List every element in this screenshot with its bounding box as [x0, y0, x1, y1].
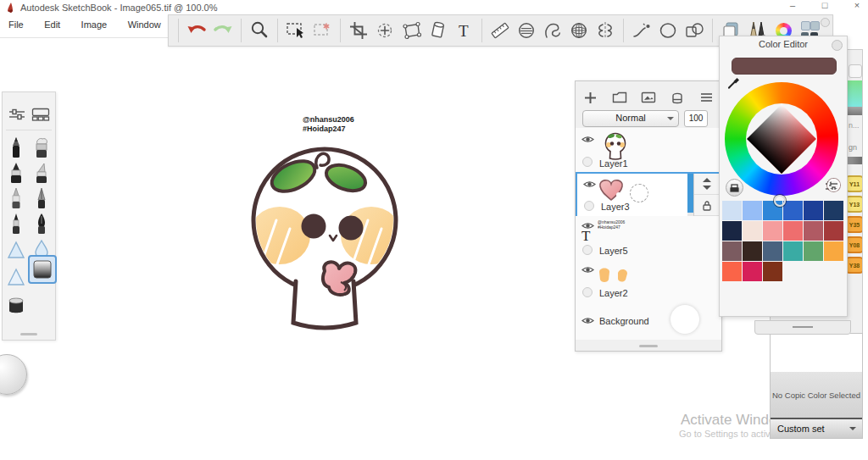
layer-visibility-icon[interactable]	[583, 180, 596, 189]
brush-marker[interactable]	[5, 162, 27, 186]
layer-row-background[interactable]: Background	[576, 302, 721, 340]
text-tool-icon[interactable]: T	[453, 19, 475, 42]
brush-library-icon[interactable]	[30, 103, 52, 126]
hue-selector[interactable]	[827, 179, 840, 191]
panel-resize-handle[interactable]	[793, 326, 813, 328]
layer-opacity-field[interactable]: 100	[684, 110, 708, 127]
brush-quill[interactable]	[31, 187, 53, 211]
brush-ink-pen[interactable]	[5, 213, 27, 236]
color-swatch[interactable]	[824, 241, 843, 261]
distort-tool-icon[interactable]	[400, 19, 422, 42]
brush-ballpoint[interactable]	[5, 187, 27, 211]
layer-visibility-icon[interactable]	[581, 265, 594, 274]
toolbar-handle[interactable]	[821, 18, 830, 27]
layer-lock-dot[interactable]	[582, 157, 593, 167]
color-swatch[interactable]	[804, 201, 823, 220]
panel-resize-handle[interactable]	[639, 345, 658, 347]
menu-edit[interactable]: Edit	[36, 15, 69, 30]
layer-row-layer5[interactable]: T @nhansu2006 #Hoidap247 Layer5	[576, 216, 721, 261]
layer-list-scrollbar[interactable]	[687, 174, 693, 216]
brush-airbrush[interactable]	[5, 238, 27, 262]
clear-layer-icon[interactable]	[668, 88, 687, 107]
ellipse-guide-icon[interactable]	[515, 19, 537, 42]
redo-icon[interactable]	[212, 19, 234, 42]
layer-visibility-icon[interactable]	[581, 135, 594, 144]
brush-eraser[interactable]	[31, 136, 53, 160]
deselect-tool-icon[interactable]	[311, 19, 333, 42]
color-swatch[interactable]	[722, 241, 742, 261]
add-layer-icon[interactable]	[581, 88, 599, 107]
layer-lock-dot[interactable]	[582, 287, 593, 297]
crop-tool-icon[interactable]	[348, 19, 370, 42]
selection-tool-icon[interactable]	[285, 19, 307, 42]
ruler-tool-icon[interactable]	[489, 19, 511, 42]
eyedropper-icon[interactable]	[726, 77, 740, 91]
layer-row-layer3-selected[interactable]: Layer3	[576, 172, 721, 218]
layer-reorder-icon[interactable]	[694, 174, 720, 195]
french-curve-icon[interactable]	[542, 19, 564, 42]
steady-stroke-icon[interactable]	[631, 19, 653, 42]
brush-gradient-flood-selected[interactable]	[28, 255, 57, 284]
layer-row-layer2[interactable]: Layer2	[576, 260, 721, 303]
transform-tool-icon[interactable]	[374, 19, 396, 42]
maximize-button[interactable]: □	[812, 0, 837, 14]
import-image-icon[interactable]	[639, 88, 658, 107]
color-swatch[interactable]	[722, 221, 742, 241]
menu-image[interactable]: Image	[73, 15, 116, 30]
layer-lock-icon[interactable]	[694, 195, 720, 216]
layer-menu-icon[interactable]	[698, 88, 716, 107]
color-swatch[interactable]	[804, 221, 823, 241]
menu-file[interactable]: File	[0, 15, 32, 30]
brush-chisel-marker[interactable]	[31, 162, 53, 186]
perspective-guide-icon[interactable]	[568, 19, 590, 42]
symmetry-tool-icon[interactable]	[594, 19, 616, 42]
color-swatch[interactable]	[763, 241, 782, 261]
brush-airbrush-soft[interactable]	[5, 265, 27, 289]
color-swatch[interactable]	[722, 262, 742, 281]
copic-color-toggle-icon[interactable]	[726, 179, 743, 197]
copic-gradient-chip[interactable]	[848, 80, 862, 107]
color-swatch[interactable]	[783, 221, 803, 241]
layer-row-layer1[interactable]: Layer1	[576, 128, 721, 173]
copic-set-selector[interactable]: Custom set	[771, 418, 862, 438]
layer-lock-dot[interactable]	[582, 245, 593, 255]
copic-gray-chip[interactable]	[848, 107, 862, 115]
color-swatch[interactable]	[743, 221, 762, 241]
minimize-button[interactable]: –	[780, 0, 805, 14]
shapes-tool-icon[interactable]	[683, 19, 705, 42]
layer-folder-icon[interactable]	[610, 88, 629, 107]
brush-wide-marker[interactable]	[5, 292, 27, 316]
close-button[interactable]: ×	[844, 0, 868, 14]
color-swatch[interactable]	[763, 262, 782, 281]
brush-pencil[interactable]	[5, 136, 27, 160]
fill-tool-icon[interactable]	[426, 19, 448, 42]
color-swatch[interactable]	[783, 241, 803, 261]
layer-visibility-icon[interactable]	[581, 316, 594, 325]
menu-window[interactable]: Window	[120, 15, 170, 30]
blend-mode-dropdown[interactable]: Normal	[582, 110, 679, 127]
oval-tool-icon[interactable]	[657, 19, 679, 42]
copic-neutral-chip[interactable]	[848, 157, 862, 164]
color-swatch[interactable]	[722, 201, 742, 220]
panel-resize-handle[interactable]	[20, 333, 37, 335]
brush-color-puck[interactable]	[0, 354, 27, 395]
color-swatch[interactable]	[804, 241, 823, 261]
background-color-thumbnail[interactable]	[670, 305, 699, 334]
saturation-diamond[interactable]	[735, 92, 828, 186]
zoom-tool-icon[interactable]	[248, 19, 270, 42]
color-swatch[interactable]	[763, 221, 782, 241]
copic-panel-button[interactable]	[849, 64, 862, 78]
saturation-selector[interactable]	[774, 195, 786, 207]
current-color-swatch[interactable]	[732, 58, 837, 75]
undo-icon[interactable]	[186, 19, 208, 42]
brush-settings-icon[interactable]	[6, 103, 28, 126]
color-swatch[interactable]	[743, 201, 762, 220]
color-swatch[interactable]	[743, 262, 762, 281]
panel-close-icon[interactable]	[832, 40, 843, 51]
brush-fountain-pen[interactable]	[31, 213, 53, 236]
color-swatch[interactable]	[824, 221, 843, 241]
panel-bottom-bar[interactable]	[754, 320, 851, 335]
color-swatch[interactable]	[743, 241, 762, 261]
color-swatch[interactable]	[824, 201, 843, 220]
color-swatch[interactable]	[783, 201, 803, 220]
